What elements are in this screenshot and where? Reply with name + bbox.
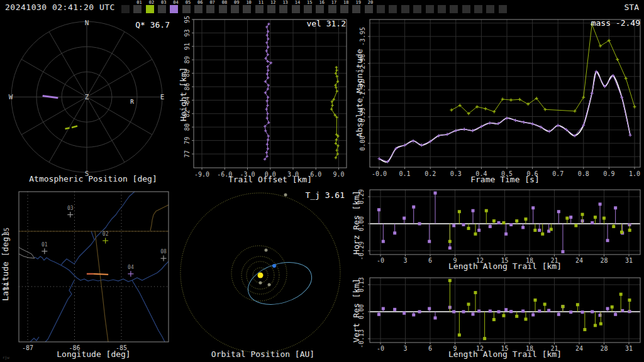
station-marker-02: 02 — [103, 231, 109, 244]
svg-text:N: N — [85, 19, 89, 27]
svg-text:W: W — [9, 93, 13, 101]
svg-text:89: 89 — [184, 56, 191, 63]
svg-text:77: 77 — [184, 150, 191, 158]
frame-square-blank[interactable] — [377, 5, 385, 13]
atmospheric-position-panel: NSWEZR Q* 36.7 Atmospheric Position [deg… — [0, 15, 176, 186]
corner-watermark: rjw — [3, 355, 9, 359]
frame-square-12[interactable] — [267, 5, 275, 13]
frame-square-blank[interactable] — [121, 5, 130, 13]
meteoroid-orbit — [243, 255, 317, 312]
horz-xlabel: Length Along Trail [km] — [370, 261, 640, 271]
trail-ylabel: Height [km] — [179, 67, 188, 121]
frame-square-14[interactable] — [292, 5, 300, 13]
svg-text:08: 08 — [160, 249, 167, 255]
tick-labels: -0369121518212428310.130.00-0.13 — [358, 277, 633, 352]
mass-annotation: mass -2.49 — [591, 18, 640, 28]
plot-grid — [194, 19, 347, 168]
frame-number-label: 13 — [282, 0, 287, 5]
frame-square-04[interactable] — [170, 5, 178, 13]
orbit-title: Orbital Position [AU] — [176, 349, 350, 359]
frame-square-08[interactable] — [219, 5, 227, 13]
frame-square-blank[interactable] — [474, 5, 482, 13]
sun-marker — [258, 273, 264, 278]
magnitude-ylabel: Absolute Magnitude — [355, 49, 364, 138]
radiant-marker: R — [130, 99, 134, 105]
frame-square-10[interactable] — [243, 5, 251, 13]
frame-square-20[interactable] — [365, 5, 373, 13]
frame-number-label: 15 — [307, 0, 312, 5]
orbital-position-plot — [176, 186, 350, 362]
station-marker-01: 01 — [42, 242, 48, 255]
frame-number-label: 20 — [368, 0, 373, 5]
svg-text:03: 03 — [67, 206, 74, 211]
frame-square-03[interactable] — [158, 5, 166, 13]
q-star-annotation: Q* 36.7 — [135, 20, 170, 30]
frame-square-blank[interactable] — [450, 5, 458, 13]
tick-labels: -9.0-6.0-3.00.03.06.09.09593918988868482… — [184, 16, 345, 178]
map-graticule — [19, 192, 169, 342]
tick-labels: -0369121518212428310.290.00-0.29 — [358, 189, 633, 264]
frame-square-11[interactable] — [255, 5, 264, 13]
meteor-streak-04 — [43, 96, 58, 98]
orbital-position-panel: T_j 3.61 Orbital Position [AU] — [176, 186, 350, 362]
frame-number-label: 01 — [136, 0, 142, 5]
ground-map-plot: 0102030408-87-86-853534 — [0, 186, 176, 362]
magnitude-xlabel: Frame Time [s] — [370, 175, 640, 184]
frame-square-16[interactable] — [316, 5, 324, 13]
frame-square-13[interactable] — [279, 5, 287, 13]
horz-residuals-plot: -0369121518212428310.290.00-0.29 — [350, 186, 644, 274]
frame-square-07[interactable] — [206, 5, 214, 13]
station-marker-08: 08 — [160, 249, 167, 261]
frame-square-blank[interactable] — [426, 5, 434, 13]
meteor-streak-02 — [65, 126, 78, 129]
horz-ylabel: Horz Res [km] — [352, 190, 361, 255]
frame-square-blank[interactable] — [486, 5, 494, 13]
frame-number-label: 09 — [234, 0, 239, 5]
series-station_02 — [330, 66, 340, 159]
frame-square-blank[interactable] — [401, 5, 409, 13]
frame-square-15[interactable] — [304, 5, 312, 13]
svg-text:01: 01 — [42, 242, 48, 248]
svg-text:91: 91 — [184, 43, 191, 50]
frame-square-blank[interactable] — [462, 5, 470, 13]
frame-number-label: 02 — [149, 0, 154, 5]
polar-plot-title: Atmospheric Position [deg] — [13, 174, 174, 184]
svg-text:04: 04 — [128, 265, 134, 270]
frame-number-label: 16 — [319, 0, 324, 5]
frame-square-06[interactable] — [194, 5, 203, 13]
frame-number-label: 05 — [186, 0, 191, 5]
station-marker-04: 04 — [128, 265, 134, 277]
station-mode-label: STA — [625, 3, 639, 12]
svg-text:R: R — [130, 99, 134, 105]
ground-track — [87, 274, 108, 275]
frame-number-label: 18 — [343, 0, 348, 5]
frame-square-blank[interactable] — [438, 5, 446, 13]
svg-text:E: E — [160, 93, 165, 101]
header-bar: 20241030 02:41:20 UTC 010203040506070809… — [0, 0, 644, 15]
planet-mercury — [259, 282, 262, 285]
svg-text:02: 02 — [103, 231, 109, 237]
frame-square-17[interactable] — [328, 5, 336, 13]
frame-square-blank[interactable] — [389, 5, 397, 13]
station-marker-03: 03 — [67, 206, 74, 218]
frame-square-02[interactable] — [146, 5, 154, 13]
map-ylabel: Latitude [deg] — [1, 232, 10, 301]
velocity-annotation: vel 31.2 — [306, 19, 346, 28]
series-station_04 — [264, 23, 272, 161]
frame-number-label: 08 — [222, 0, 227, 5]
frame-square-01[interactable] — [133, 5, 142, 13]
frame-square-blank[interactable] — [413, 5, 421, 13]
magnitude-plot: -0.00.10.20.30.40.50.60.70.80.91.0-3.95-… — [350, 15, 644, 186]
frame-square-18[interactable] — [340, 5, 348, 13]
frame-number-label: 14 — [295, 0, 300, 5]
vert-ylabel: Vert Res [km] — [352, 278, 361, 343]
frame-number-label: 03 — [161, 0, 166, 5]
frame-square-blank[interactable] — [499, 5, 507, 13]
frame-square-19[interactable] — [352, 5, 360, 13]
frame-square-09[interactable] — [231, 5, 239, 13]
vert-xlabel: Length Along Trail [km] — [370, 349, 640, 359]
frame-number-label: 12 — [270, 0, 275, 5]
frame-square-05[interactable] — [182, 5, 191, 13]
vert-residuals-panel: -0369121518212428310.130.00-0.13 Vert Re… — [350, 274, 644, 362]
planet-venus — [268, 283, 271, 287]
